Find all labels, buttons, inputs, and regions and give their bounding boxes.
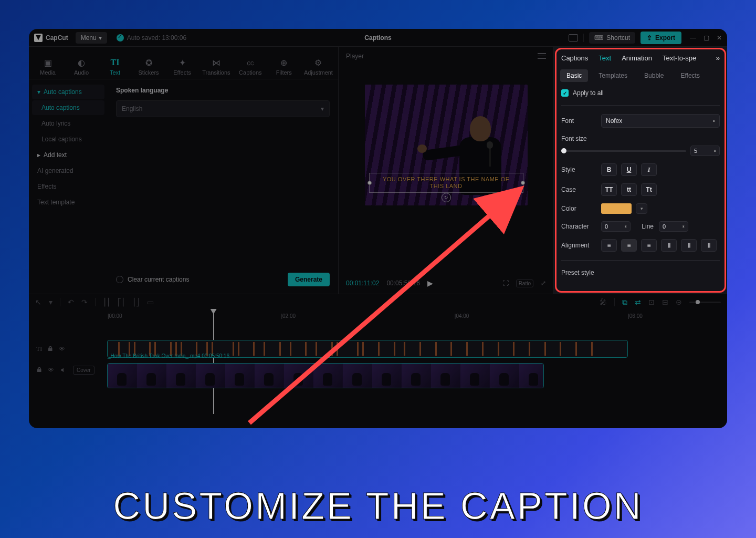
underline-button[interactable]: U	[621, 163, 637, 176]
tab-media[interactable]: ▣Media	[34, 54, 61, 79]
undo-icon[interactable]: ↶	[68, 298, 74, 306]
align-center-button[interactable]: ≡	[621, 239, 637, 252]
sidebar-group-autocaptions[interactable]: ▾Auto captions	[32, 85, 104, 99]
logo-icon	[34, 34, 43, 42]
video-track-controls[interactable]: 🔒︎ 👁︎ 🔈︎ Cover	[29, 359, 108, 380]
ptab-captions[interactable]: Captions	[561, 54, 588, 62]
rotate-handle-icon[interactable]: ↻	[442, 193, 451, 202]
character-stepper[interactable]: 0 ▴▾	[601, 221, 631, 232]
tick: |06:00	[628, 313, 643, 319]
sidebar-group-addtext[interactable]: ▸Add text	[32, 148, 104, 162]
trim-left-icon[interactable]: ⎡⎮	[118, 298, 125, 306]
lock-icon[interactable]: 🔒︎	[36, 366, 43, 374]
tab-stickers[interactable]: ✪Stickers	[135, 54, 162, 79]
timeline-ruler[interactable]: |00:00 |02:00 |04:00 |06:00	[29, 310, 727, 325]
zoom-slider[interactable]	[689, 302, 721, 303]
align-bottom-button[interactable]: ⫴	[701, 239, 717, 252]
tab-transitions[interactable]: ⋈Transitions	[202, 54, 230, 79]
clear-captions-toggle[interactable]: Clear current captions	[116, 276, 189, 283]
cover-button[interactable]: Cover	[73, 366, 94, 375]
link-icon[interactable]: ⇄	[635, 298, 641, 306]
maximize-button[interactable]: ▢	[704, 34, 709, 42]
more-tabs-icon[interactable]: »	[716, 54, 720, 62]
apply-to-all-toggle[interactable]: ✓ Apply to all	[561, 89, 720, 97]
italic-button[interactable]: I	[641, 163, 657, 176]
spoken-language-select[interactable]: English ▾	[116, 100, 330, 117]
sidebar-item-autocaptions[interactable]: Auto captions	[32, 100, 104, 115]
subtab-bubble[interactable]: Bubble	[638, 69, 670, 82]
tab-adjustment[interactable]: ⚙Adjustment	[304, 54, 333, 79]
split-icon[interactable]: ⎮⎮	[103, 298, 110, 306]
align-top-button[interactable]: ⫴	[661, 239, 677, 252]
crop-icon[interactable]: ⛶	[502, 280, 509, 287]
fontsize-stepper[interactable]: 5 ▴▾	[690, 146, 720, 156]
align-right-button[interactable]: ≡	[641, 239, 657, 252]
track-options-icon[interactable]: ⊟	[662, 298, 668, 306]
adjustment-icon: ⚙	[312, 57, 324, 68]
video-track[interactable]	[108, 364, 543, 388]
redo-icon[interactable]: ↷	[81, 298, 88, 306]
close-button[interactable]: ✕	[717, 34, 722, 42]
lowercase-button[interactable]: tt	[621, 183, 637, 196]
subtab-templates[interactable]: Templates	[592, 69, 634, 82]
uppercase-button[interactable]: TT	[601, 183, 617, 196]
preview-icon[interactable]: ⊡	[648, 298, 655, 306]
subtab-effects[interactable]: Effects	[674, 69, 706, 82]
fontsize-slider[interactable]	[561, 150, 686, 152]
titlecase-button[interactable]: Tt	[641, 183, 657, 196]
caption-overlay[interactable]: YOU OVER THERE WHAT IS THE NAME OFTHIS L…	[371, 175, 521, 191]
lock-icon[interactable]: 🔒︎	[47, 345, 54, 353]
magnet-icon[interactable]: ⧉	[622, 298, 627, 307]
video-preview[interactable]: YOU OVER THERE WHAT IS THE NAME OFTHIS L…	[365, 85, 528, 205]
delete-icon[interactable]: ▭	[147, 298, 154, 306]
color-swatch[interactable]	[601, 203, 632, 214]
tab-captions[interactable]: ㏄Captions	[237, 54, 264, 79]
current-time: 00:01:11:02	[346, 280, 379, 287]
shortcut-button[interactable]: ⌨ Shortcut	[589, 32, 635, 44]
ptab-text[interactable]: Text	[598, 54, 611, 62]
divider	[561, 260, 720, 261]
tab-audio[interactable]: ◐Audio	[68, 54, 95, 79]
fullscreen-icon[interactable]: ⤢	[541, 280, 546, 287]
sidebar-item-autolyrics[interactable]: Auto lyrics	[32, 116, 104, 131]
trim-right-icon[interactable]: ⎮⎦	[132, 298, 140, 306]
eye-icon[interactable]: 👁︎	[59, 345, 65, 353]
font-select[interactable]: Nofex ▴▾	[601, 114, 720, 128]
ptab-animation[interactable]: Animation	[622, 54, 652, 62]
pointer-tool-icon[interactable]: ↖	[35, 298, 41, 306]
play-button[interactable]: ▶	[427, 279, 433, 287]
sidebar-item-effects[interactable]: Effects	[32, 179, 104, 194]
line-value: 0	[663, 223, 666, 230]
align-left-button[interactable]: ≡	[601, 239, 617, 252]
chevron-down-icon[interactable]: ▾	[49, 298, 52, 306]
align-middle-button[interactable]: ⫴	[681, 239, 697, 252]
ptab-tts[interactable]: Text-to-spe	[663, 54, 696, 62]
stickers-icon: ✪	[143, 57, 154, 68]
zoom-out-icon[interactable]: ⊝	[676, 298, 682, 306]
mute-icon[interactable]: 🔈︎	[59, 366, 66, 374]
sidebar-item-texttemplate[interactable]: Text template	[32, 195, 104, 210]
sidebar-item-localcaptions[interactable]: Local captions	[32, 132, 104, 147]
tab-filters[interactable]: ⊕Filters	[270, 54, 298, 79]
subtab-basic[interactable]: Basic	[560, 69, 588, 82]
menu-button[interactable]: Menu ▾	[76, 32, 107, 44]
layout-icon[interactable]	[569, 34, 578, 42]
color-dropdown[interactable]: ▾	[636, 203, 647, 214]
minimize-button[interactable]: —	[690, 34, 696, 42]
tab-text[interactable]: TIText	[101, 54, 129, 79]
caption-track-controls[interactable]: TI 🔒︎ 👁︎	[29, 338, 108, 359]
selection-handles[interactable]	[369, 173, 523, 193]
export-button[interactable]: ⇪ Export	[640, 32, 681, 44]
sidebar-item-aigenerated[interactable]: AI generated	[32, 163, 104, 178]
app-name: CapCut	[46, 34, 68, 42]
ratio-button[interactable]: Ratio	[516, 280, 533, 287]
divider	[583, 34, 584, 42]
tab-effects[interactable]: ✦Effects	[169, 54, 196, 79]
track-area[interactable]: _How The British Took Over India_.mp4 00…	[108, 325, 727, 428]
eye-icon[interactable]: 👁︎	[48, 366, 54, 374]
bold-button[interactable]: B	[601, 163, 617, 176]
line-stepper[interactable]: 0 ▴▾	[659, 221, 688, 232]
mic-icon[interactable]: 🎤︎	[600, 298, 607, 306]
player-options-icon[interactable]	[538, 53, 546, 59]
generate-button[interactable]: Generate	[288, 273, 330, 286]
